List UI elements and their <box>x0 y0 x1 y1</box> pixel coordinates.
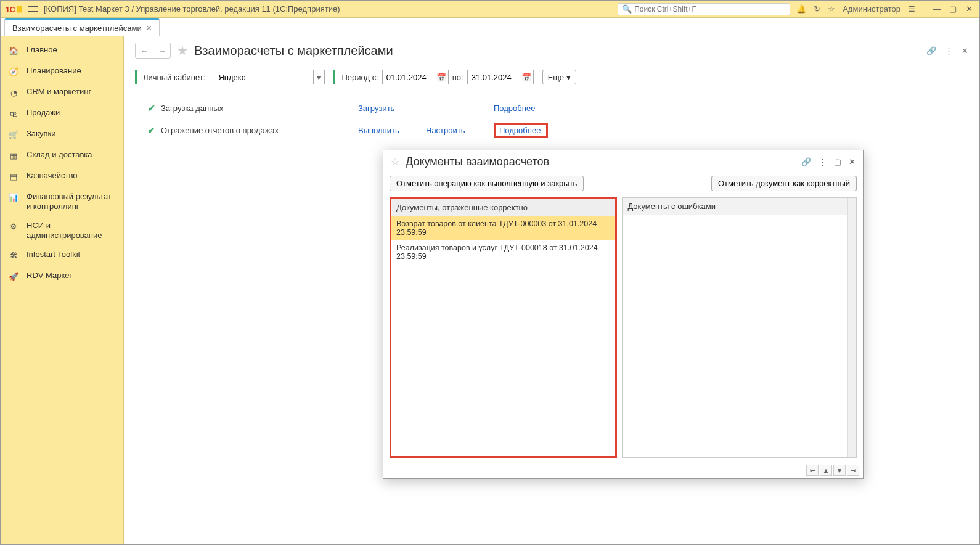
link-icon[interactable]: 🔗 <box>801 157 811 166</box>
settings-lines-icon[interactable]: ☰ <box>908 4 915 14</box>
tab-label: Взаиморасчеты с маркетплейсами <box>12 23 142 33</box>
correct-documents-column: Документы, отраженные корректно Возврат … <box>390 197 617 458</box>
title-bar: 1C [КОПИЯ] Test Маркет 3 / Управление то… <box>1 1 979 18</box>
steps-list: ✔ Загрузка данных Загрузить Подробнее ✔ … <box>135 97 968 141</box>
bell-icon[interactable]: 🔔 <box>796 4 806 14</box>
sidebar-item-treasury[interactable]: ▤Казначейство <box>1 166 123 187</box>
document-row[interactable]: Реализация товаров и услуг ТДУТ-000018 о… <box>391 240 615 264</box>
close-icon[interactable]: ✕ <box>849 157 855 166</box>
error-documents-column: Документы с ошибками <box>622 197 857 458</box>
complete-button[interactable]: Отметить операцию как выполненную и закр… <box>390 176 584 191</box>
nav-last-button[interactable]: ⇥ <box>847 465 859 476</box>
page-close-icon[interactable]: ✕ <box>962 46 968 55</box>
sidebar-item-purchases[interactable]: 🛒Закупки <box>1 124 123 145</box>
link-icon[interactable]: 🔗 <box>926 46 936 55</box>
svg-rect-1 <box>17 6 22 12</box>
chevron-down-icon: ▾ <box>566 73 571 82</box>
nav-forward-button[interactable]: → <box>153 43 170 58</box>
date-to-input[interactable] <box>468 70 520 84</box>
cash-icon: ▤ <box>8 171 19 182</box>
modal-title: Документы взаиморасчетов <box>406 155 549 168</box>
date-to[interactable]: 📅 <box>467 70 534 84</box>
column-header: Документы с ошибками <box>623 198 856 215</box>
tab-close-icon[interactable]: × <box>147 23 152 33</box>
modal-header: ☆ Документы взаиморасчетов 🔗 ⋮ ▢ ✕ <box>383 150 863 173</box>
tools-icon: 🛠 <box>8 250 19 261</box>
calendar-icon[interactable]: 📅 <box>435 70 448 84</box>
content-area: ← → ★ Взаиморасчеты с маркетплейсами 🔗 ⋮… <box>124 36 979 544</box>
favorite-star-icon[interactable]: ★ <box>177 43 188 58</box>
period-from-label: Период с: <box>341 73 378 82</box>
sidebar-item-crm[interactable]: ◔CRM и маркетинг <box>1 82 123 103</box>
check-icon: ✔ <box>147 102 161 114</box>
chart-icon: 📊 <box>8 192 19 203</box>
svg-text:1C: 1C <box>6 5 15 14</box>
execute-link[interactable]: Выполнить <box>358 126 401 135</box>
sidebar-item-warehouse[interactable]: ▦Склад и доставка <box>1 145 123 166</box>
check-icon: ✔ <box>147 125 161 136</box>
step-load-data: ✔ Загрузка данных Загрузить Подробнее <box>147 97 968 119</box>
step-label: Отражение отчетов о продажах <box>161 126 358 135</box>
detail-link-highlighted[interactable]: Подробнее <box>499 126 542 135</box>
detail-link[interactable]: Подробнее <box>494 104 537 113</box>
search-input[interactable] <box>634 5 786 14</box>
global-search[interactable]: 🔍 <box>618 3 790 15</box>
gear-icon: ⚙ <box>8 221 19 232</box>
sidebar-item-main[interactable]: 🏠Главное <box>1 40 123 61</box>
sidebar-item-sales[interactable]: 🛍Продажи <box>1 103 123 124</box>
sidebar-item-finance[interactable]: 📊Финансовый результат и контроллинг <box>1 187 123 216</box>
kebab-icon[interactable]: ⋮ <box>945 46 953 55</box>
compass-icon: 🧭 <box>8 66 19 77</box>
nav-first-button[interactable]: ⇤ <box>806 465 819 476</box>
window-title: [КОПИЯ] Test Маркет 3 / Управление торго… <box>44 4 340 14</box>
window-minimize[interactable]: — <box>931 4 942 15</box>
more-button[interactable]: Еще▾ <box>542 70 576 84</box>
sidebar: 🏠Главное 🧭Планирование ◔CRM и маркетинг … <box>1 36 124 544</box>
cart-icon: 🛒 <box>8 129 19 140</box>
nav-down-button[interactable]: ▼ <box>833 465 846 476</box>
kebab-icon[interactable]: ⋮ <box>819 157 827 166</box>
nav-back-button[interactable]: ← <box>136 43 153 58</box>
mark-correct-button[interactable]: Отметить документ как корректный <box>711 176 857 191</box>
period-to-label: по: <box>452 73 463 82</box>
page-header: ← → ★ Взаиморасчеты с маркетплейсами 🔗 ⋮… <box>135 43 968 59</box>
boxes-icon: ▦ <box>8 150 19 161</box>
tab-marketplace-settlements[interactable]: Взаиморасчеты с маркетплейсами × <box>4 18 160 36</box>
title-toolbar: 🔔 ↻ ☆ Администратор ☰ — ▢ ✕ <box>796 4 974 15</box>
maximize-icon[interactable]: ▢ <box>834 157 841 166</box>
sidebar-item-rdv[interactable]: 🚀RDV Маркет <box>1 266 123 287</box>
app-logo: 1C <box>6 4 23 15</box>
window-close[interactable]: ✕ <box>963 4 974 15</box>
scrollbar[interactable] <box>847 198 856 457</box>
history-icon[interactable]: ↻ <box>814 4 820 14</box>
search-icon: 🔍 <box>622 4 632 14</box>
sidebar-item-nsi[interactable]: ⚙НСИ и администрирование <box>1 216 123 245</box>
load-link[interactable]: Загрузить <box>358 104 401 113</box>
documents-modal: ☆ Документы взаиморасчетов 🔗 ⋮ ▢ ✕ Отмет… <box>383 150 864 479</box>
sidebar-item-planning[interactable]: 🧭Планирование <box>1 61 123 82</box>
pie-icon: ◔ <box>8 87 19 98</box>
star-icon[interactable]: ☆ <box>828 4 835 14</box>
step-label: Загрузка данных <box>161 104 358 113</box>
document-row[interactable]: Возврат товаров от клиента ТДУТ-000003 о… <box>391 216 615 240</box>
user-label[interactable]: Администратор <box>843 4 900 14</box>
highlight-box: Подробнее <box>494 123 548 138</box>
nav-up-button[interactable]: ▲ <box>820 465 832 476</box>
rocket-icon: 🚀 <box>8 271 19 282</box>
menu-icon[interactable] <box>28 6 38 12</box>
calendar-icon[interactable]: 📅 <box>520 70 533 84</box>
date-from-input[interactable] <box>383 70 435 84</box>
page-title: Взаиморасчеты с маркетплейсами <box>194 44 393 58</box>
window-maximize[interactable]: ▢ <box>947 4 958 15</box>
date-from[interactable]: 📅 <box>382 70 449 84</box>
account-combo[interactable]: ▾ <box>214 70 325 84</box>
modal-body: Документы, отраженные корректно Возврат … <box>383 194 863 462</box>
account-label: Личный кабинет: <box>143 73 205 82</box>
sidebar-item-infostart[interactable]: 🛠Infostart Toolkit <box>1 245 123 266</box>
modal-star-icon[interactable]: ☆ <box>391 156 399 168</box>
configure-link[interactable]: Настроить <box>426 126 469 135</box>
modal-footer: ⇤ ▲ ▼ ⇥ <box>383 462 863 478</box>
filter-row: Личный кабинет: ▾ Период с: 📅 по: 📅 Еще▾ <box>135 70 968 84</box>
account-input[interactable] <box>214 70 313 84</box>
chevron-down-icon[interactable]: ▾ <box>313 70 324 84</box>
